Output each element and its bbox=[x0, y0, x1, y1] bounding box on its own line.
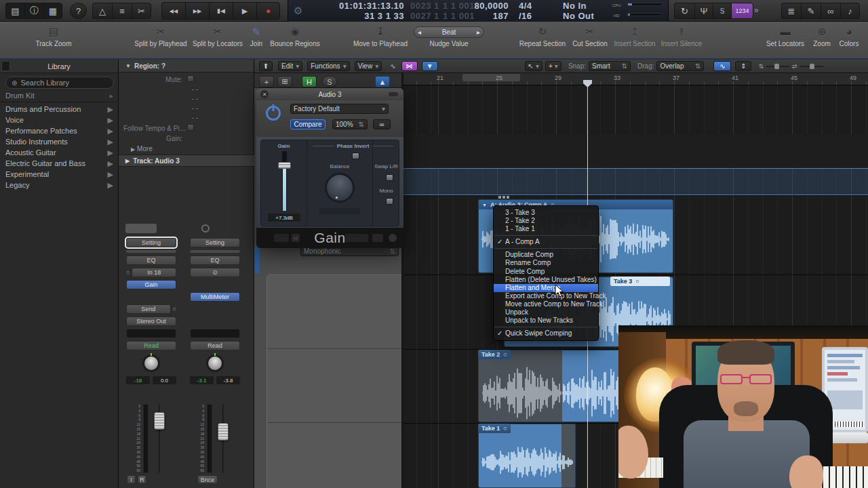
take-loop-icon[interactable]: ○ bbox=[503, 351, 507, 358]
take2-header[interactable]: Take 2○ bbox=[478, 350, 511, 359]
take1-region[interactable] bbox=[478, 424, 576, 488]
panel-grip-icon[interactable] bbox=[1, 61, 10, 71]
menu-item-comp-a[interactable]: ✓A - Comp A bbox=[494, 238, 598, 246]
input-monitor-icon[interactable]: ○ bbox=[126, 269, 130, 276]
go-to-beginning-button[interactable]: ▮◀ bbox=[209, 2, 233, 20]
library-item-electric[interactable]: Electric Guitar and Bass▶ bbox=[0, 158, 119, 169]
controls-icon[interactable]: ≡ bbox=[112, 3, 132, 19]
toolbar-colors[interactable]: ◕ Colors bbox=[840, 26, 859, 47]
toolbar-set-locators[interactable]: ▬ Set Locators bbox=[766, 26, 804, 47]
gain-plugin-slot[interactable]: Gain bbox=[126, 280, 176, 289]
volume-fader-right[interactable] bbox=[218, 423, 229, 441]
track-disclosure-button[interactable]: ▲ bbox=[375, 76, 390, 87]
send-knob-icon[interactable]: ○ bbox=[173, 306, 176, 312]
bar-ruler[interactable]: 21 25 29 33 37 41 45 49 bbox=[403, 73, 868, 85]
quick-help-icon[interactable]: ? bbox=[70, 3, 87, 19]
play-button[interactable]: ▶ bbox=[233, 2, 256, 20]
media-toggle-icon[interactable]: ▦ bbox=[43, 3, 62, 19]
track-inspector-header[interactable]: ▶ Track: Audio 3 bbox=[119, 155, 254, 167]
plugin-titlebar[interactable]: ✕ Audio 3 bbox=[256, 88, 403, 100]
left-click-tool[interactable]: ↖▾ bbox=[525, 61, 542, 71]
input-slot-left[interactable]: In 18 bbox=[132, 268, 176, 277]
edit-menu[interactable]: Edit▾ bbox=[278, 61, 302, 71]
volume-value-left[interactable]: 0.0 bbox=[153, 376, 176, 384]
library-item-acoustic[interactable]: Acoustic Guitar▶ bbox=[0, 147, 119, 158]
rewind-button[interactable]: ◀◀ bbox=[161, 2, 185, 20]
group-display-right[interactable] bbox=[190, 329, 240, 338]
back-arrow-icon[interactable]: ⬆ bbox=[259, 61, 273, 71]
balance-knob[interactable] bbox=[325, 173, 355, 203]
gear-icon[interactable]: ⚙ bbox=[294, 5, 302, 17]
menu-item-take2[interactable]: 2 - Take 2 bbox=[494, 217, 598, 225]
automation-mode-left[interactable]: Read bbox=[126, 341, 176, 350]
library-item-studio[interactable]: Studio Instruments▶ bbox=[0, 136, 119, 147]
automation-icon[interactable]: ∿ bbox=[390, 62, 395, 70]
cycle-icon[interactable]: ↻ bbox=[674, 3, 694, 19]
swap-checkbox[interactable] bbox=[386, 174, 393, 181]
record-button[interactable]: ● bbox=[256, 2, 280, 20]
eq-slot-left[interactable]: EQ bbox=[126, 256, 176, 265]
toolbar-cut-section[interactable]: ✂ Cut Section bbox=[572, 26, 608, 47]
library-item-performance[interactable]: Performance Patches▶ bbox=[0, 125, 119, 136]
pan-value-right[interactable]: -3.1 bbox=[190, 376, 214, 384]
menu-item-take3[interactable]: 3 - Take 3 bbox=[494, 209, 598, 217]
view-menu[interactable]: View▾ bbox=[355, 61, 382, 71]
solo-tracks-button[interactable]: S bbox=[322, 76, 337, 87]
menu-item-delete-comp[interactable]: Delete Comp bbox=[494, 268, 598, 276]
volume-fader-left[interactable] bbox=[154, 412, 165, 430]
region-grip-icon[interactable] bbox=[498, 196, 509, 199]
record-enable-button[interactable]: R bbox=[138, 475, 146, 484]
take-loop-icon[interactable]: ○ bbox=[635, 278, 639, 285]
library-item-legacy[interactable]: Legacy▶ bbox=[0, 180, 119, 190]
toolbar-move-playhead[interactable]: ↧ Move to Playhead bbox=[353, 26, 408, 47]
apple-loops-icon[interactable]: ∞ bbox=[821, 3, 840, 19]
region-inspector-header[interactable]: ▼ Region: ? bbox=[119, 60, 254, 73]
cycle-region[interactable] bbox=[462, 74, 520, 81]
power-icon[interactable] bbox=[266, 106, 281, 121]
group-display-left[interactable] bbox=[126, 329, 176, 338]
menu-item-quick-swipe[interactable]: ✓Quick Swipe Comping bbox=[494, 329, 598, 338]
flex-icon[interactable]: ⋈ bbox=[401, 61, 418, 71]
menu-item-unpack-new-tracks[interactable]: Unpack to New Tracks bbox=[494, 317, 598, 325]
preset-dropdown[interactable]: Factory Default▾ bbox=[290, 104, 389, 114]
link-icon[interactable]: ∞ bbox=[373, 119, 391, 129]
solo-mode-button[interactable]: S bbox=[713, 3, 731, 19]
menu-item-unpack[interactable]: Unpack bbox=[494, 308, 598, 317]
library-search-input[interactable]: ⊕ Search Library bbox=[5, 77, 114, 89]
toolbar-repeat-section[interactable]: ↻ Repeat Section bbox=[519, 26, 566, 47]
lcd-display[interactable]: ⚙ 01:01:31:13.10 31 3 1 33 0023 1 0027 1… bbox=[288, 0, 669, 22]
setting-button-left[interactable]: Setting bbox=[126, 238, 176, 247]
lcd-timecode[interactable]: 01:01:31:13.10 bbox=[313, 1, 404, 11]
h-zoom-slider[interactable] bbox=[800, 66, 823, 67]
mono-checkbox[interactable] bbox=[386, 198, 393, 205]
send-slot[interactable]: Send bbox=[126, 304, 171, 314]
multimeter-plugin-slot[interactable]: MultiMeter bbox=[190, 292, 240, 302]
gain-value[interactable]: +7.3dB bbox=[268, 214, 300, 222]
library-breadcrumb[interactable]: Drum Kit▸ bbox=[0, 90, 119, 101]
setting-button-right[interactable]: Setting bbox=[190, 238, 240, 247]
command-click-tool[interactable]: +▾ bbox=[545, 61, 561, 71]
hide-tracks-button[interactable]: H bbox=[302, 76, 317, 87]
functions-menu[interactable]: Functions▾ bbox=[307, 61, 349, 71]
add-track-button[interactable]: + bbox=[259, 76, 274, 87]
compare-button[interactable]: Compare bbox=[290, 119, 326, 129]
inspector-toggle-icon[interactable]: ⓘ bbox=[24, 3, 43, 19]
input-slot-right[interactable]: ⊙ bbox=[190, 268, 240, 277]
count-in-button[interactable]: 1234 bbox=[731, 3, 753, 19]
menu-item-duplicate-comp[interactable]: Duplicate Comp bbox=[494, 251, 598, 259]
lcd-tempo[interactable]: 80,0000 bbox=[458, 1, 509, 11]
take-loop-icon[interactable]: ○ bbox=[503, 425, 507, 432]
pan-knob-left[interactable] bbox=[142, 354, 160, 372]
input-monitor-button[interactable]: I bbox=[127, 475, 136, 484]
gain-slider-track[interactable] bbox=[282, 151, 287, 211]
toolbar-insert-section[interactable]: ↥ Insert Section bbox=[614, 26, 655, 47]
toolbar-bounce-regions[interactable]: ◉ Bounce Regions bbox=[270, 26, 319, 47]
duplicate-track-button[interactable]: ⊞ bbox=[277, 76, 292, 87]
toolbar-split-locators[interactable]: ✂ Split by Locators bbox=[193, 26, 243, 47]
follow-tempo-checkbox[interactable] bbox=[187, 124, 194, 131]
scissors-icon[interactable]: ✂ bbox=[132, 3, 151, 19]
lcd-signature[interactable]: 4/4 bbox=[519, 1, 532, 11]
waveform-zoom-icon[interactable]: ∿ bbox=[713, 61, 731, 71]
tuner-icon[interactable]: Ψ bbox=[694, 3, 713, 19]
selected-region-row[interactable] bbox=[403, 168, 868, 195]
